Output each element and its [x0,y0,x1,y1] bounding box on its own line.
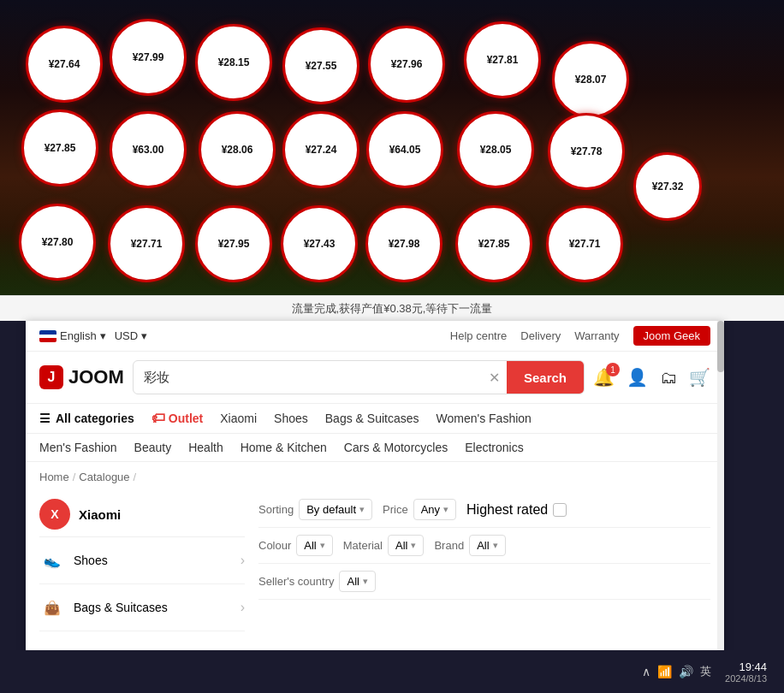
cat-mens-fashion[interactable]: Men's Fashion [39,441,117,454]
nav-outlet[interactable]: 🏷 Outlet [151,411,203,426]
bags-icon: 👜 [39,595,65,620]
taskbar-right: ∧ 📶 🔊 英 19:44 2024/8/13 [642,660,767,684]
currency-label: USD [115,329,138,342]
price-label: Price [383,503,408,516]
nav-womens-fashion[interactable]: Women's Fashion [437,412,532,425]
price-circle[interactable]: ¥27.64 [26,26,103,103]
system-icons: ∧ 📶 🔊 英 [642,664,711,679]
cat-health[interactable]: Health [188,441,223,454]
bags-chevron-icon: › [241,600,245,615]
brand-value: All [477,539,489,552]
language-selector[interactable]: English ▾ [39,329,106,342]
sorting-select[interactable]: By default ▾ [299,499,372,520]
flag-icon [39,330,56,342]
price-circle[interactable]: ¥63.00 [110,111,187,188]
price-circle[interactable]: ¥64.05 [366,111,443,188]
breadcrumb-catalogue[interactable]: Catalogue [79,471,129,483]
nav-all-categories[interactable]: ☰ All categories [39,412,134,425]
notification-text: 流量完成,获得产值¥0.38元,等待下一流量 [292,301,493,317]
price-circle[interactable]: ¥27.32 [633,152,702,221]
sellers-country-arrow-icon: ▾ [363,576,368,587]
cat-home-kitchen[interactable]: Home & Kitchen [241,441,327,454]
price-circle[interactable]: ¥27.78 [548,113,625,190]
brand-select[interactable]: All ▾ [469,535,505,556]
price-circle[interactable]: ¥28.05 [457,111,534,188]
lang-label: English [60,329,97,342]
brand-arrow-icon: ▾ [493,540,498,551]
taskbar-up-icon: ∧ [642,665,650,678]
price-select[interactable]: Any ▾ [413,499,456,520]
sidebar-item-shoes[interactable]: 👟 Shoes › [39,537,245,584]
circles-container: ¥27.64¥27.99¥28.15¥27.55¥27.96¥27.81¥28.… [0,0,784,295]
user-icon[interactable]: 👤 [627,367,648,388]
price-circle[interactable]: ¥27.24 [282,111,359,188]
price-circle[interactable]: ¥27.81 [464,21,541,98]
outlet-icon: 🏷 [151,411,165,426]
joom-geek-button[interactable]: Joom Geek [633,326,710,346]
price-circle[interactable]: ¥27.71 [546,205,623,282]
outlet-label: Outlet [169,412,203,425]
price-circle[interactable]: ¥27.85 [21,110,98,187]
colour-select[interactable]: All ▾ [296,535,332,556]
price-circle[interactable]: ¥27.55 [282,27,359,104]
category-bar: Men's Fashion Beauty Health Home & Kitch… [26,434,724,462]
taskbar: ∧ 📶 🔊 英 19:44 2024/8/13 [0,650,784,693]
joom-logo[interactable]: J JOOM [39,365,124,389]
background-scene: ¥27.64¥27.99¥28.15¥27.55¥27.96¥27.81¥28.… [0,0,784,295]
price-circle[interactable]: ¥27.71 [108,205,185,282]
sellers-country-select[interactable]: All ▾ [339,571,375,592]
price-circle[interactable]: ¥27.43 [281,205,358,282]
sorting-label: Sorting [258,503,294,516]
price-circle[interactable]: ¥28.06 [199,111,276,188]
material-select[interactable]: All ▾ [388,535,424,556]
price-circle[interactable]: ¥27.85 [455,205,532,282]
sidebar-brand: X Xiaomi [39,492,245,537]
sidebar-item-bags[interactable]: 👜 Bags & Suitcases › [39,584,245,631]
cat-cars-motorcycles[interactable]: Cars & Motorcycles [344,441,448,454]
breadcrumb-home[interactable]: Home [39,471,69,483]
sellers-country-value: All [347,575,359,588]
brand-label: Brand [434,539,464,552]
price-circle[interactable]: ¥27.98 [365,205,442,282]
nav-shoes[interactable]: Shoes [274,412,308,425]
price-group: Price Any ▾ [383,499,456,520]
cat-electronics[interactable]: Electronics [465,441,523,454]
clock-time: 19:44 [725,660,767,673]
material-value: All [395,539,407,552]
search-input[interactable] [134,370,482,385]
sidebar-item-left-shoes: 👟 Shoes [39,548,108,573]
colour-group: Colour All ▾ [258,535,333,556]
price-circle[interactable]: ¥28.07 [552,41,629,118]
clock: 19:44 2024/8/13 [725,660,767,684]
price-arrow-icon: ▾ [443,504,448,515]
price-circle[interactable]: ¥27.95 [195,205,272,282]
currency-selector[interactable]: USD ▾ [115,329,147,342]
price-circle[interactable]: ¥27.80 [19,204,96,281]
shoes-icon: 👟 [39,548,65,573]
warranty-link[interactable]: Warranty [574,329,619,342]
cart-icon[interactable]: 🛒 [689,367,710,388]
scrollbar-thumb[interactable] [717,321,724,372]
price-circle[interactable]: ¥27.99 [110,19,187,96]
notification-icon[interactable]: 🔔 1 [593,367,615,388]
lang-arrow: ▾ [100,329,106,342]
highest-rated-checkbox[interactable] [553,503,567,517]
orders-icon[interactable]: 🗂 [660,368,677,388]
all-categories-label: All categories [56,412,134,425]
content-area: X Xiaomi 👟 Shoes › 👜 Bags & Suitcases › [26,492,724,631]
price-circle[interactable]: ¥27.96 [368,26,445,103]
nav-xiaomi[interactable]: Xiaomi [220,412,257,425]
breadcrumb-sep2: / [134,471,137,483]
nav-bags[interactable]: Bags & Suitcases [325,412,419,425]
sidebar: X Xiaomi 👟 Shoes › 👜 Bags & Suitcases › [39,492,245,631]
search-button[interactable]: Search [507,360,584,394]
price-circle[interactable]: ¥28.15 [195,24,272,101]
scrollbar[interactable] [717,321,724,650]
cat-beauty[interactable]: Beauty [134,441,172,454]
brand-name: Xiaomi [79,507,121,522]
currency-arrow: ▾ [141,329,147,342]
search-clear-icon[interactable]: ✕ [482,370,507,386]
filters-area: Sorting By default ▾ Price Any ▾ Highest… [258,492,710,631]
delivery-link[interactable]: Delivery [520,329,561,342]
help-link[interactable]: Help centre [450,329,507,342]
